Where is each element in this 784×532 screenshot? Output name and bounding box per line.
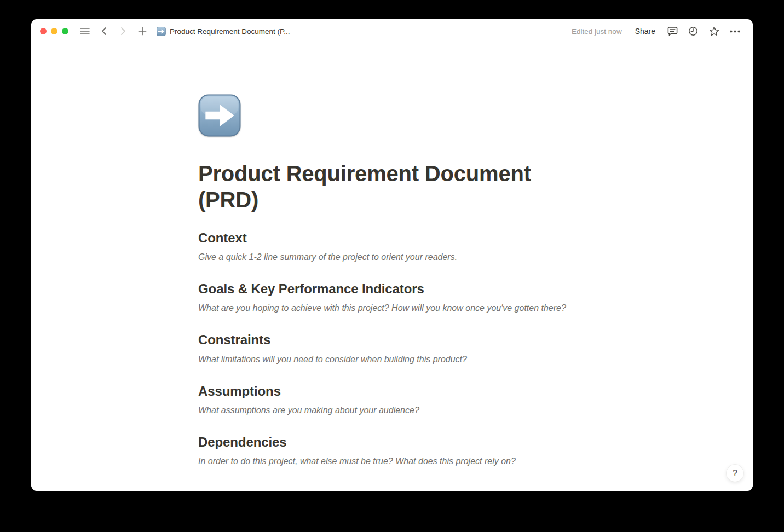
titlebar: Product Requirement Document (P... Edite…	[31, 19, 753, 43]
placeholder-goals-kpis[interactable]: What are you hoping to achieve with this…	[198, 302, 586, 315]
comments-button[interactable]	[665, 24, 679, 38]
more-options-button[interactable]	[728, 24, 742, 38]
close-window-button[interactable]	[40, 28, 47, 34]
hamburger-menu-icon	[80, 27, 90, 35]
right-arrow-emoji-icon	[157, 27, 166, 36]
app-window: Product Requirement Document (P... Edite…	[31, 19, 753, 491]
chevron-right-icon	[120, 27, 126, 36]
star-icon	[709, 26, 719, 36]
new-tab-button[interactable]	[135, 24, 149, 38]
heading-dependencies[interactable]: Dependencies	[198, 433, 586, 450]
heading-goals-kpis[interactable]: Goals & Key Performance Indicators	[198, 280, 586, 297]
placeholder-constraints[interactable]: What limitations will you need to consid…	[198, 353, 586, 366]
placeholder-dependencies[interactable]: In order to do this project, what else m…	[198, 455, 586, 468]
clock-icon	[688, 26, 698, 36]
page-content[interactable]: Product Requirement Document (PRD) Conte…	[31, 43, 753, 491]
comment-bubble-icon	[667, 26, 678, 36]
placeholder-assumptions[interactable]: What assumptions are you making about yo…	[198, 404, 586, 417]
heading-constraints[interactable]: Constraints	[198, 331, 586, 348]
heading-assumptions[interactable]: Assumptions	[198, 383, 586, 400]
history-button[interactable]	[686, 24, 700, 38]
plus-icon	[138, 27, 147, 36]
page-title[interactable]: Product Requirement Document (PRD)	[198, 160, 586, 213]
minimize-window-button[interactable]	[51, 28, 57, 34]
ellipsis-icon	[730, 30, 740, 33]
nav-forward-button[interactable]	[116, 24, 130, 38]
share-button[interactable]: Share	[632, 25, 659, 37]
page-icon-right-arrow-emoji[interactable]	[198, 94, 241, 137]
sidebar-toggle-button[interactable]	[78, 24, 92, 38]
chevron-left-icon	[101, 27, 107, 36]
window-controls	[40, 28, 68, 34]
edited-status: Edited just now	[572, 27, 622, 36]
nav-back-button[interactable]	[97, 24, 111, 38]
help-button[interactable]: ?	[726, 464, 744, 482]
active-tab[interactable]: Product Requirement Document (P...	[157, 27, 290, 36]
favorite-button[interactable]	[707, 24, 721, 38]
placeholder-context[interactable]: Give a quick 1-2 line summary of the pro…	[198, 251, 586, 264]
heading-context[interactable]: Context	[198, 229, 586, 246]
zoom-window-button[interactable]	[62, 28, 68, 34]
tab-title: Product Requirement Document (P...	[170, 27, 290, 36]
